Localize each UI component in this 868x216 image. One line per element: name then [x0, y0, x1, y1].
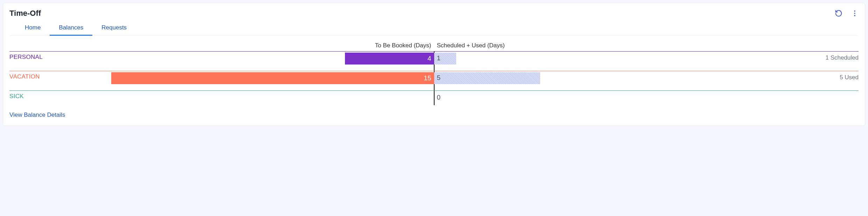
note-personal: 1 Scheduled: [825, 54, 859, 61]
note-vacation: 5 Used: [840, 74, 859, 81]
bar-vacation-to-book: 15: [111, 72, 434, 84]
value-personal-used: 1: [437, 54, 441, 62]
value-personal-to-book: 4: [428, 55, 431, 62]
time-off-card: Time-Off Home Balances Requests To Be Bo…: [3, 3, 865, 126]
header-actions: [835, 9, 859, 17]
value-vacation-to-book: 15: [424, 74, 431, 82]
header-scheduled-used: Scheduled + Used (Days): [434, 41, 859, 50]
column-headers: To Be Booked (Days) Scheduled + Used (Da…: [9, 41, 859, 50]
value-vacation-used: 5: [437, 74, 441, 82]
header-to-be-booked: To Be Booked (Days): [9, 41, 434, 50]
row-label-sick: SICK: [9, 93, 24, 100]
svg-point-2: [854, 15, 855, 16]
card-header: Time-Off: [9, 9, 859, 18]
view-balance-details-link[interactable]: View Balance Details: [9, 112, 859, 119]
tabs: Home Balances Requests: [9, 21, 859, 36]
row-vacation: VACATION 15 5 5 Used: [9, 71, 859, 86]
tab-balances[interactable]: Balances: [50, 21, 92, 35]
svg-point-0: [854, 11, 855, 12]
chart-rows: PERSONAL 4 1 1 Scheduled VACATION 15 5 5…: [9, 51, 859, 105]
more-vertical-icon[interactable]: [851, 9, 859, 17]
row-personal: PERSONAL 4 1 1 Scheduled: [9, 51, 859, 66]
tab-requests[interactable]: Requests: [92, 21, 136, 35]
value-sick-used: 0: [437, 94, 441, 101]
tab-home[interactable]: Home: [16, 21, 50, 35]
refresh-icon[interactable]: [835, 9, 842, 17]
row-label-personal: PERSONAL: [9, 54, 43, 61]
row-label-vacation: VACATION: [9, 73, 40, 80]
page-title: Time-Off: [9, 9, 41, 18]
row-sick: SICK 0: [9, 90, 859, 105]
bar-personal-to-book: 4: [345, 53, 434, 65]
balance-chart: To Be Booked (Days) Scheduled + Used (Da…: [9, 39, 859, 105]
bar-vacation-used: [434, 72, 540, 84]
svg-point-1: [854, 13, 855, 14]
